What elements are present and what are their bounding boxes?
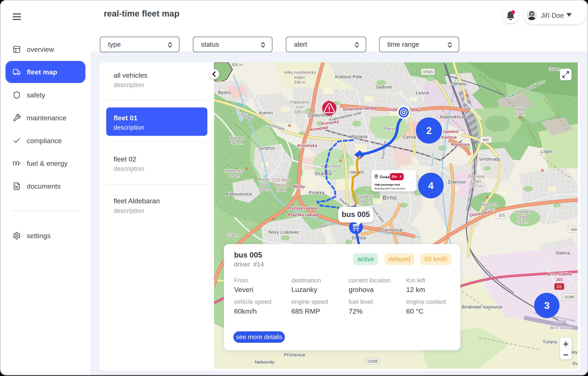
svg-text:310 m: 310 m <box>517 219 528 224</box>
svg-text:Píky: Píky <box>412 107 421 112</box>
svg-text:Špilberk: Špilberk <box>358 195 372 199</box>
svg-text:Bilá hora: Bilá hora <box>481 202 498 207</box>
svg-text:Brno: Brno <box>383 194 397 201</box>
svg-text:290 m: 290 m <box>359 199 371 204</box>
svg-text:Letiště: Letiště <box>555 319 566 324</box>
svg-text:3: 3 <box>544 300 550 311</box>
svg-text:Hlinky: Hlinky <box>293 184 305 189</box>
svg-text:Mladá: Mladá <box>258 177 270 182</box>
svg-text:Černovice: Černovice <box>381 227 403 232</box>
svg-text:430: 430 <box>571 228 577 232</box>
svg-text:Svitava: Svitava <box>430 153 435 167</box>
svg-text:Kníničská: Kníničská <box>297 143 317 148</box>
svg-text:Pisárky: Pisárky <box>309 190 324 195</box>
svg-text:354 m: 354 m <box>258 187 270 191</box>
svg-text:kopec: kopec <box>471 179 482 184</box>
svg-text:Komín: Komín <box>259 110 273 115</box>
svg-text:Holedná: Holedná <box>229 136 245 140</box>
svg-text:307 m: 307 m <box>471 184 482 188</box>
svg-text:Brněnské Ivanovice: Brněnské Ivanovice <box>462 304 502 310</box>
svg-text:Brno-Slatina: Brno-Slatina <box>547 272 572 276</box>
svg-text:309 m: 309 m <box>231 63 243 67</box>
svg-text:Stránská: Stránská <box>515 210 531 214</box>
svg-text:Přízřenice: Přízřenice <box>284 352 305 357</box>
svg-text:Vinohrady: Vinohrady <box>479 157 501 162</box>
svg-text:Tuřany: Tuřany <box>543 339 557 345</box>
svg-text:Bystrc: Bystrc <box>218 90 231 95</box>
svg-text:4: 4 <box>428 180 434 191</box>
svg-text:Libušino: Libušino <box>274 183 289 187</box>
svg-text:Lesná: Lesná <box>416 90 429 95</box>
svg-text:378 m: 378 m <box>227 233 239 237</box>
svg-text:338 m: 338 m <box>294 80 305 84</box>
svg-text:kopec: kopec <box>294 75 305 80</box>
svg-text:Kraví hora: Kraví hora <box>322 164 340 168</box>
svg-text:Jundrov: Jundrov <box>258 146 275 151</box>
svg-text:424 m: 424 m <box>514 112 526 116</box>
svg-text:Židenice: Židenice <box>448 179 466 185</box>
svg-text:Královo Pole: Královo Pole <box>335 74 362 79</box>
svg-text:391 m: 391 m <box>231 141 243 145</box>
svg-text:Sadová: Sadová <box>376 84 392 90</box>
svg-text:642: 642 <box>483 138 489 142</box>
svg-text:Maloměřice: Maloměřice <box>440 115 464 119</box>
svg-text:Karlova: Karlova <box>441 135 456 139</box>
svg-text:Slatina: Slatina <box>555 251 570 255</box>
svg-text:Velký medlánecký: Velký medlánecký <box>284 70 316 75</box>
svg-text:380 m: 380 m <box>549 67 560 71</box>
svg-text:skála: skála <box>518 215 528 219</box>
svg-text:Obřany: Obřany <box>451 81 467 86</box>
svg-text:hora: hora <box>260 182 268 187</box>
svg-text:Pražská radiála: Pražská radiála <box>288 212 318 217</box>
svg-text:Ponava: Ponava <box>351 134 368 139</box>
svg-text:15289: 15289 <box>564 295 574 299</box>
svg-text:Líšeň: Líšeň <box>540 149 552 154</box>
svg-text:373: 373 <box>498 213 505 218</box>
svg-text:2: 2 <box>426 125 432 136</box>
svg-text:Nový Lískovec: Nový Lískovec <box>268 230 299 235</box>
svg-text:vrch: vrch <box>296 105 304 109</box>
svg-text:Palackého: Palackého <box>290 100 309 104</box>
svg-text:Židenický: Židenický <box>468 174 485 179</box>
svg-text:Hobrtenky: Hobrtenky <box>224 169 243 173</box>
svg-text:Hády: Hády <box>515 107 525 111</box>
svg-text:o náměstí: o náměstí <box>439 129 459 134</box>
svg-text:339 m: 339 m <box>294 110 305 114</box>
svg-text:D1: D1 <box>557 285 561 289</box>
svg-text:údolí: údolí <box>277 188 286 192</box>
svg-text:Pražská radiála: Pražská radiála <box>287 206 317 210</box>
svg-text:Rokytova: Rokytova <box>451 142 470 146</box>
svg-text:15268: 15268 <box>367 359 377 363</box>
svg-text:405 m: 405 m <box>228 174 240 178</box>
svg-text:ČZS Brno: ČZS Brno <box>272 178 290 182</box>
svg-text:Nebovidy: Nebovidy <box>255 359 274 365</box>
svg-text:37915: 37915 <box>423 70 433 74</box>
svg-text:201: 201 <box>556 277 563 282</box>
svg-text:Dvorska: Dvorska <box>573 361 578 366</box>
svg-text:Kohoutovice: Kohoutovice <box>226 191 252 197</box>
svg-text:Brno Tuřany: Brno Tuřany <box>550 326 571 330</box>
